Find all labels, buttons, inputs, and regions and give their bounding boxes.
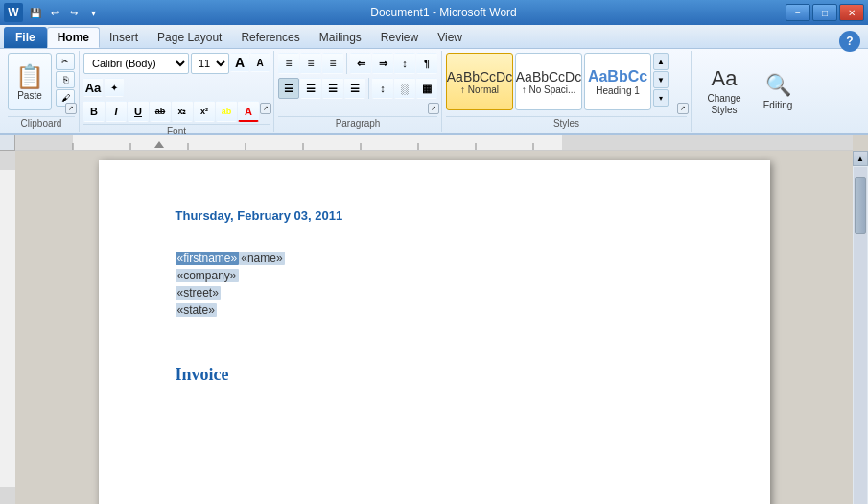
document-date: Thursday, February 03, 2011 [176, 208, 693, 223]
font-name-select[interactable]: Calibri (Body) [83, 53, 189, 74]
styles-expand-button[interactable]: ↗ [677, 103, 689, 114]
style-heading1[interactable]: AaBbCc Heading 1 [584, 53, 651, 110]
field-street: «street» [176, 286, 221, 300]
text-highlight-button[interactable]: ab [216, 101, 237, 122]
v-ruler-svg [0, 151, 15, 504]
para-row-1: ≡ ≡ ≡ ⇐ ⇒ ↕ ¶ [278, 53, 437, 74]
clipboard-group-label: Clipboard [8, 116, 75, 130]
decrease-indent-button[interactable]: ⇐ [350, 53, 371, 74]
redo-qa-button[interactable]: ↪ [65, 4, 82, 21]
justify-button[interactable]: ☰ [344, 78, 365, 99]
tab-view[interactable]: View [428, 27, 472, 48]
quick-access-toolbar: 💾 ↩ ↪ ▾ [27, 4, 102, 21]
editing-button[interactable]: 🔍 Editing [753, 66, 803, 116]
tab-file[interactable]: File [4, 27, 47, 48]
bullets-button[interactable]: ≡ [278, 53, 299, 74]
align-left-button[interactable]: ☰ [278, 78, 299, 99]
paragraph-group-label: Paragraph [278, 116, 437, 130]
maximize-button[interactable]: □ [812, 4, 837, 21]
cut-button[interactable]: ✂ [56, 53, 75, 70]
scroll-up-button[interactable]: ▲ [853, 151, 868, 166]
scroll-track-v[interactable] [854, 167, 867, 504]
style-no-spacing[interactable]: AaBbCcDc ↑ No Spaci... [515, 53, 582, 110]
editing-label: Editing [763, 100, 793, 110]
main-content: Thursday, February 03, 2011 «firstname»«… [0, 151, 868, 504]
font-color-button[interactable]: A [238, 101, 259, 122]
svg-rect-1 [15, 135, 73, 151]
save-qa-button[interactable]: 💾 [27, 4, 44, 21]
bold-button[interactable]: B [83, 101, 105, 122]
clipboard-expand-button[interactable]: ↗ [65, 103, 77, 114]
document-fields: «firstname»«name» «company» «street» «st… [176, 252, 693, 317]
ruler-svg [15, 135, 853, 151]
style-nospace-preview: AaBbCcDc [516, 69, 581, 84]
font-group-content: Calibri (Body) 11 A A Aa ✦ B I U ab [83, 53, 270, 124]
ruler-area [0, 135, 868, 151]
ruler-right-space [853, 135, 868, 151]
clear-formatting-button[interactable]: ✦ [105, 78, 124, 97]
borders-button[interactable]: ▦ [416, 78, 437, 99]
paste-icon: 📋 [15, 63, 44, 90]
help-button[interactable]: ? [839, 31, 860, 52]
numbering-button[interactable]: ≡ [300, 53, 321, 74]
font-format-row: B I U ab x₂ x² ab A [83, 101, 259, 122]
paragraph-group: ≡ ≡ ≡ ⇐ ⇒ ↕ ¶ ☰ ☰ ☰ ☰ ↕ ░ ▦ Paragraph ↗ [274, 51, 442, 132]
underline-button[interactable]: U [128, 101, 149, 122]
change-styles-button[interactable]: Aa Change Styles [699, 66, 749, 116]
svg-rect-14 [0, 151, 15, 170]
svg-rect-15 [0, 487, 15, 504]
font-expand-button[interactable]: ↗ [260, 103, 271, 114]
multilevel-button[interactable]: ≡ [322, 53, 343, 74]
style-nospace-label: ↑ No Spaci... [522, 84, 576, 95]
paragraph-group-content: ≡ ≡ ≡ ⇐ ⇒ ↕ ¶ ☰ ☰ ☰ ☰ ↕ ░ ▦ [278, 53, 437, 116]
show-formatting-button[interactable]: ¶ [416, 53, 437, 74]
tab-review[interactable]: Review [371, 27, 428, 48]
close-button[interactable]: ✕ [839, 4, 864, 21]
font-row-1: Calibri (Body) 11 A A [83, 53, 270, 74]
tab-insert[interactable]: Insert [100, 27, 148, 48]
shading-button[interactable]: ░ [394, 78, 415, 99]
minimize-button[interactable]: − [786, 4, 810, 21]
line-spacing-button[interactable]: ↕ [372, 78, 393, 99]
subscript-button[interactable]: x₂ [172, 101, 193, 122]
font-size-select[interactable]: 11 [191, 53, 229, 74]
italic-button[interactable]: I [106, 101, 127, 122]
editing-icon: 🔍 [765, 73, 791, 98]
increase-indent-button[interactable]: ⇒ [372, 53, 393, 74]
center-button[interactable]: ☰ [300, 78, 321, 99]
styles-scroll-up[interactable]: ▲ [653, 53, 669, 70]
change-case-button[interactable]: Aa [83, 78, 103, 97]
shrink-font-button[interactable]: A [250, 53, 270, 72]
title-bar: W 💾 ↩ ↪ ▾ Document1 - Microsoft Word − □… [0, 0, 868, 25]
copy-button[interactable]: ⎘ [56, 71, 75, 88]
paste-button[interactable]: 📋 Paste [8, 53, 52, 110]
sort-button[interactable]: ↕ [394, 53, 415, 74]
styles-scroll-down[interactable]: ▼ [653, 71, 669, 88]
align-right-button[interactable]: ☰ [322, 78, 343, 99]
customize-qa-button[interactable]: ▾ [84, 4, 102, 21]
tab-home[interactable]: Home [47, 27, 100, 48]
field-state-line: «state» [176, 303, 693, 317]
vertical-ruler [0, 151, 15, 504]
clipboard-group: 📋 Paste ✂ ⎘ 🖌 Clipboard ↗ [4, 51, 80, 132]
style-normal[interactable]: AaBbCcDc ↑ Normal [446, 53, 513, 110]
action-buttons: Aa Change Styles 🔍 Editing [699, 66, 803, 116]
paragraph-expand-button[interactable]: ↗ [428, 103, 439, 114]
document-scroll-area[interactable]: Thursday, February 03, 2011 «firstname»«… [15, 151, 853, 504]
tab-references[interactable]: References [231, 27, 309, 48]
vertical-scrollbar: ▲ ● ▲ ▼ [853, 151, 868, 504]
styles-more[interactable]: ▾ [653, 89, 669, 107]
field-name-line: «firstname»«name» [176, 252, 693, 265]
document-page: Thursday, February 03, 2011 «firstname»«… [99, 160, 770, 504]
styles-gallery: AaBbCcDc ↑ Normal AaBbCcDc ↑ No Spaci...… [446, 53, 687, 116]
grow-font-button[interactable]: A [230, 53, 249, 72]
scroll-thumb-v[interactable] [855, 177, 866, 234]
tab-page-layout[interactable]: Page Layout [148, 27, 231, 48]
field-name: «name» [239, 252, 284, 265]
undo-qa-button[interactable]: ↩ [46, 4, 63, 21]
styles-group: AaBbCcDc ↑ Normal AaBbCcDc ↑ No Spaci...… [442, 51, 692, 132]
superscript-button[interactable]: x² [194, 101, 215, 122]
tab-mailings[interactable]: Mailings [310, 27, 371, 48]
strikethrough-button[interactable]: ab [150, 101, 171, 122]
svg-rect-13 [0, 151, 15, 504]
